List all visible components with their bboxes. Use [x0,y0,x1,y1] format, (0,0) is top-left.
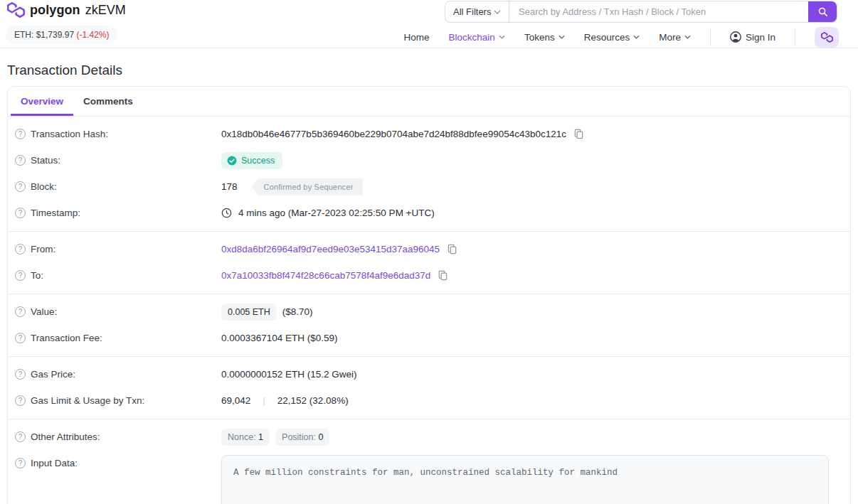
nav-item-label: Blockchain [449,32,495,43]
row-transaction-hash: ? Transaction Hash: 0x18db0b46e46777b5b3… [15,121,829,147]
chevron-down-icon [499,35,505,39]
eth-price-text: ETH: $1,739.97 [14,30,74,40]
help-icon[interactable]: ? [15,270,26,281]
chevron-down-icon [684,35,691,39]
nonce-badge: Nonce: 1 [221,429,270,446]
help-icon[interactable]: ? [15,333,26,343]
row-value: ? Value: 0.005 ETH ($8.70) [15,299,829,325]
value-separator: | [263,395,265,406]
help-icon[interactable]: ? [15,181,26,192]
value-usd: ($8.70) [282,306,313,317]
help-icon[interactable]: ? [15,208,26,218]
row-block: ? Block: 178 Confirmed by Sequencer [15,173,829,200]
nav-item-tokens[interactable]: Tokens [524,32,565,43]
nav-divider [795,29,795,45]
row-label-text: Input Data: [31,458,78,468]
block-number-link[interactable]: 178 [221,181,238,192]
row-label-text: Gas Price: [31,369,75,380]
nav-item-label: More [659,32,681,43]
help-icon[interactable]: ? [15,244,26,254]
search-icon [817,6,828,17]
nav-item-label: Tokens [524,32,555,43]
all-filters-label: All Filters [453,6,491,17]
status-badge: Success [221,152,282,169]
sequencer-confirmation-badge: Confirmed by Sequencer [252,178,363,195]
detail-group: ? From: 0xd8da6bf26964af9d7eed9e03e53415… [8,232,850,294]
tab-bar: Overview Comments [8,87,850,117]
nav-item-home[interactable]: Home [404,32,430,43]
brand-logo[interactable]: polygon zkEVM [7,2,126,18]
row-timestamp: ? Timestamp: 4 mins ago (Mar-27-2023 02:… [15,200,829,226]
position-badge: Position: 0 [275,429,329,446]
row-label-text: Block: [31,181,57,192]
nonce-value: 1 [258,432,263,442]
tab-overview[interactable]: Overview [11,87,73,116]
brand-name: polygon [30,3,80,18]
nav-item-resources[interactable]: Resources [584,32,640,43]
help-icon[interactable]: ? [15,431,26,442]
eth-price-badge[interactable]: ETH: $1,739.97 (-1.42%) [6,26,117,44]
header: polygon zkEVM ETH: $1,739.97 (-1.42%) Al… [0,0,858,48]
detail-group: ? Other Attributes: Nonce: 1 Position: 0 [8,419,850,504]
row-gas-limit-usage: ? Gas Limit & Usage by Txn: 69,042 | 22,… [15,387,829,414]
row-from: ? From: 0xd8da6bf26964af9d7eed9e03e53415… [15,236,829,262]
main-content: Transaction Details Overview Comments ? … [0,63,858,504]
transaction-fee-value: 0.0003367104 ETH ($0.59) [221,333,338,343]
row-status: ? Status: Success [15,147,829,173]
detail-group: ? Value: 0.005 ETH ($8.70) ? Transaction… [8,294,850,357]
help-icon[interactable]: ? [15,155,26,166]
polygon-network-icon [821,32,833,43]
row-label-text: Gas Limit & Usage by Txn: [31,395,144,406]
nav-item-more[interactable]: More [659,32,691,43]
nav-divider [710,29,711,45]
copy-icon[interactable] [438,270,448,281]
search-bar: All Filters [445,1,837,23]
help-icon[interactable]: ? [15,369,26,380]
row-label-text: From: [31,244,55,254]
user-icon [730,31,741,43]
detail-group: ? Transaction Hash: 0x18db0b46e46777b5b3… [8,117,850,232]
row-transaction-fee: ? Transaction Fee: 0.0003367104 ETH ($0.… [15,325,829,351]
row-label-text: Other Attributes: [31,431,100,442]
status-text: Success [241,156,275,166]
row-to: ? To: 0x7a10033fb8f474f28c66cab7578f4af9… [15,262,829,289]
chevron-down-icon [633,35,640,39]
row-label-text: Status: [31,155,60,166]
input-data-field[interactable]: A few million constraints for man, uncon… [221,455,829,504]
nonce-label: Nonce: [228,432,256,442]
page: polygon zkEVM ETH: $1,739.97 (-1.42%) Al… [0,0,858,504]
tab-comments[interactable]: Comments [73,87,143,116]
row-other-attributes: ? Other Attributes: Nonce: 1 Position: 0 [15,424,829,450]
chevron-down-icon [558,35,565,39]
transaction-details-card: Overview Comments ? Transaction Hash: 0x… [7,86,851,504]
search-input[interactable] [509,1,808,22]
to-address-link[interactable]: 0x7a10033fb8f474f28c66cab7578f4af9e6dad3… [221,270,430,281]
transaction-hash-value: 0x18db0b46e46777b5b369460be229b0704abe7d… [221,129,566,139]
chevron-down-icon [494,10,501,14]
page-title: Transaction Details [7,63,858,78]
help-icon[interactable]: ? [15,306,26,317]
nav-item-blockchain[interactable]: Blockchain [449,32,505,43]
brand-suffix: zkEVM [85,3,126,18]
help-icon[interactable]: ? [15,458,26,468]
help-icon[interactable]: ? [15,129,26,139]
from-address-link[interactable]: 0xd8da6bf26964af9d7eed9e03e53415d37aa960… [221,244,440,254]
polygon-logo-icon [7,2,25,18]
network-switcher-button[interactable] [815,27,839,48]
all-filters-dropdown[interactable]: All Filters [445,1,509,22]
help-icon[interactable]: ? [15,395,26,406]
search-button[interactable] [808,1,837,22]
row-label-text: Value: [31,306,57,317]
copy-icon[interactable] [447,244,457,254]
eth-price-change: (-1.42%) [76,30,109,40]
row-label-text: To: [31,270,43,281]
gas-limit-value: 69,042 [221,395,250,406]
nav-item-label: Home [404,32,430,43]
row-gas-price: ? Gas Price: 0.0000000152 ETH (15.2 Gwei… [15,361,829,387]
copy-icon[interactable] [573,129,584,139]
position-label: Position: [282,432,316,442]
sign-in-button[interactable]: Sign In [730,31,775,43]
row-label-text: Transaction Hash: [31,129,108,139]
sign-in-label: Sign In [746,32,775,43]
gas-usage-value: 22,152 (32.08%) [277,395,349,406]
